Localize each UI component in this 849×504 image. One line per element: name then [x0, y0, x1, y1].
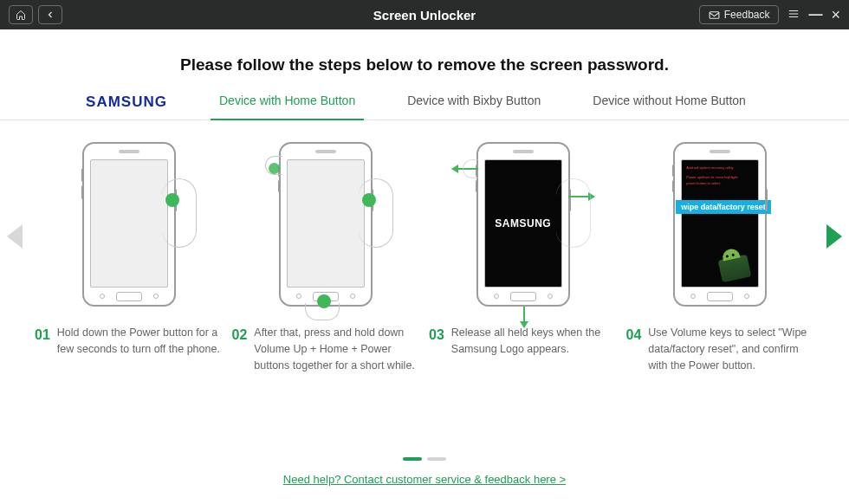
- step-03-illustration: SAMSUNG: [429, 138, 618, 311]
- titlebar: Screen Unlocker Feedback — ×: [0, 0, 849, 29]
- steps-row: 01 Hold down the Power button for a few …: [35, 138, 814, 373]
- feedback-button[interactable]: Feedback: [699, 5, 780, 24]
- arrow-down-icon: [523, 307, 525, 327]
- home-icon: [16, 10, 26, 20]
- finger-icon: [463, 159, 478, 178]
- carousel-next[interactable]: [826, 224, 842, 249]
- titlebar-right: Feedback — ×: [699, 5, 840, 24]
- wipe-option-label: wipe data/factory reset: [676, 200, 771, 214]
- step-number: 03: [429, 325, 444, 358]
- menu-button[interactable]: [787, 8, 800, 23]
- window-title: Screen Unlocker: [373, 8, 476, 23]
- back-button[interactable]: [38, 5, 62, 24]
- menu-icon: [787, 8, 800, 20]
- phone-icon: [82, 142, 176, 307]
- help-link[interactable]: Need help? Contact customer service & fe…: [283, 473, 566, 486]
- pager-page-2[interactable]: [427, 457, 446, 461]
- brand-label: SAMSUNG: [77, 94, 193, 120]
- chevron-left-icon: [45, 10, 55, 20]
- tab-no-home-button[interactable]: Device without Home Button: [567, 94, 772, 120]
- tab-home-button[interactable]: Device with Home Button: [193, 94, 381, 120]
- step-number: 04: [626, 325, 642, 373]
- phone-icon: SAMSUNG: [476, 142, 570, 307]
- device-tabs: SAMSUNG Device with Home Button Device w…: [0, 94, 849, 120]
- minimize-button[interactable]: —: [808, 8, 822, 22]
- step-04-illustration: Android system recovery utility Power up…: [626, 138, 815, 311]
- phone-icon: [279, 142, 373, 307]
- step-04: Android system recovery utility Power up…: [626, 138, 815, 373]
- pager-page-1[interactable]: [403, 457, 422, 461]
- hand-icon: [162, 178, 197, 248]
- step-description: After that, press and hold down Volume U…: [254, 325, 420, 373]
- step-03: SAMSUNG 03 Release all held keys when th…: [429, 138, 618, 373]
- step-description: Use Volume keys to select "Wipe data/fac…: [648, 325, 814, 373]
- step-01-illustration: [35, 138, 224, 311]
- page-title: Please follow the steps below to remove …: [0, 55, 849, 74]
- titlebar-left: [9, 5, 62, 24]
- pager: [0, 457, 849, 461]
- android-robot-icon: [718, 255, 752, 283]
- feedback-label: Feedback: [724, 9, 770, 21]
- steps-carousel: 01 Hold down the Power button for a few …: [0, 120, 849, 373]
- hand-icon: [556, 178, 591, 248]
- step-number: 02: [232, 325, 248, 373]
- samsung-logo: SAMSUNG: [495, 217, 551, 229]
- mail-icon: [709, 10, 720, 20]
- press-indicator-icon: [165, 193, 179, 207]
- home-button[interactable]: [9, 5, 33, 24]
- step-02-illustration: [232, 138, 421, 311]
- tab-bixby-button[interactable]: Device with Bixby Button: [381, 94, 567, 120]
- phone-icon: Android system recovery utility Power up…: [673, 142, 767, 307]
- window-controls: — ×: [787, 7, 840, 23]
- step-number: 01: [35, 325, 50, 358]
- footer: Need help? Contact customer service & fe…: [0, 457, 849, 487]
- step-description: Hold down the Power button for a few sec…: [57, 325, 224, 358]
- step-description: Release all held keys when the Samsung L…: [451, 325, 618, 358]
- svg-rect-0: [710, 11, 719, 18]
- hand-icon: [359, 178, 393, 248]
- step-01: 01 Hold down the Power button for a few …: [35, 138, 224, 373]
- step-02: 02 After that, press and hold down Volum…: [232, 138, 421, 373]
- recovery-screen-icon: Android system recovery utility Power up…: [682, 160, 758, 287]
- close-button[interactable]: ×: [831, 7, 840, 23]
- carousel-prev[interactable]: [7, 224, 23, 249]
